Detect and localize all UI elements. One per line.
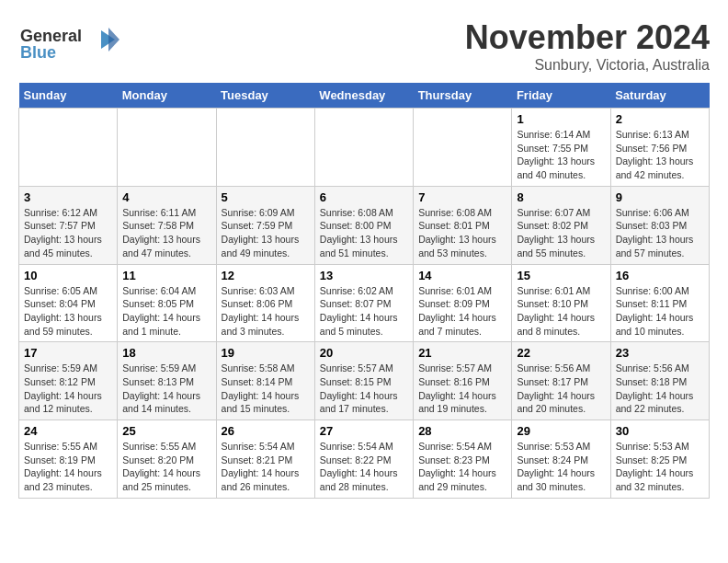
day-number: 15 [517, 269, 605, 282]
day-number: 21 [418, 346, 506, 360]
day-info: Sunrise: 5:59 AM Sunset: 8:12 PM Dayligh… [24, 362, 112, 416]
day-number: 7 [418, 190, 506, 204]
day-number: 28 [418, 424, 506, 438]
day-info: Sunrise: 6:09 AM Sunset: 7:59 PM Dayligh… [222, 206, 310, 260]
day-cell: 5Sunrise: 6:09 AM Sunset: 7:59 PM Daylig… [216, 186, 314, 264]
day-cell: 30Sunrise: 5:53 AM Sunset: 8:25 PM Dayli… [610, 420, 709, 499]
header: General Blue November 2024 Sunbury, Vict… [18, 18, 710, 74]
day-info: Sunrise: 5:59 AM Sunset: 8:13 PM Dayligh… [122, 362, 210, 416]
day-number: 14 [418, 269, 506, 282]
day-info: Sunrise: 5:57 AM Sunset: 8:16 PM Dayligh… [418, 362, 506, 416]
day-cell: 27Sunrise: 5:54 AM Sunset: 8:22 PM Dayli… [314, 420, 413, 499]
day-cell [19, 109, 118, 187]
day-cell: 26Sunrise: 5:54 AM Sunset: 8:21 PM Dayli… [216, 420, 314, 499]
day-cell: 21Sunrise: 5:57 AM Sunset: 8:16 PM Dayli… [414, 342, 512, 420]
day-number: 25 [122, 424, 210, 438]
day-info: Sunrise: 5:53 AM Sunset: 8:24 PM Dayligh… [517, 440, 605, 494]
day-info: Sunrise: 5:54 AM Sunset: 8:23 PM Dayligh… [418, 440, 506, 494]
svg-text:General: General [20, 27, 82, 45]
day-info: Sunrise: 6:13 AM Sunset: 7:56 PM Dayligh… [616, 128, 704, 182]
day-cell: 23Sunrise: 5:56 AM Sunset: 8:18 PM Dayli… [610, 342, 709, 420]
day-info: Sunrise: 6:04 AM Sunset: 8:05 PM Dayligh… [122, 284, 210, 339]
month-title: November 2024 [465, 18, 710, 57]
day-number: 24 [24, 424, 112, 438]
day-number: 12 [222, 269, 310, 282]
day-cell: 6Sunrise: 6:08 AM Sunset: 8:00 PM Daylig… [314, 186, 413, 264]
day-number: 18 [122, 346, 210, 360]
day-info: Sunrise: 5:54 AM Sunset: 8:22 PM Dayligh… [320, 440, 408, 494]
day-cell: 16Sunrise: 6:00 AM Sunset: 8:11 PM Dayli… [610, 264, 709, 342]
day-info: Sunrise: 6:03 AM Sunset: 8:06 PM Dayligh… [222, 284, 310, 339]
week-row-4: 17Sunrise: 5:59 AM Sunset: 8:12 PM Dayli… [19, 342, 710, 420]
day-number: 11 [122, 269, 210, 282]
day-cell: 17Sunrise: 5:59 AM Sunset: 8:12 PM Dayli… [19, 342, 118, 420]
day-cell [314, 109, 413, 187]
day-cell: 12Sunrise: 6:03 AM Sunset: 8:06 PM Dayli… [216, 264, 314, 342]
day-info: Sunrise: 5:53 AM Sunset: 8:25 PM Dayligh… [616, 440, 704, 494]
day-number: 30 [616, 424, 704, 438]
day-info: Sunrise: 5:57 AM Sunset: 8:15 PM Dayligh… [320, 362, 408, 416]
day-info: Sunrise: 6:08 AM Sunset: 8:01 PM Dayligh… [418, 206, 506, 260]
day-cell [216, 109, 314, 187]
day-cell: 13Sunrise: 6:02 AM Sunset: 8:07 PM Dayli… [314, 264, 413, 342]
calendar-header-row: SundayMondayTuesdayWednesdayThursdayFrid… [19, 83, 710, 109]
day-info: Sunrise: 6:08 AM Sunset: 8:00 PM Dayligh… [320, 206, 408, 260]
day-info: Sunrise: 6:01 AM Sunset: 8:10 PM Dayligh… [517, 284, 605, 339]
day-number: 9 [616, 190, 704, 204]
day-info: Sunrise: 5:55 AM Sunset: 8:19 PM Dayligh… [24, 440, 112, 494]
day-cell: 19Sunrise: 5:58 AM Sunset: 8:14 PM Dayli… [216, 342, 314, 420]
header-friday: Friday [512, 83, 610, 109]
day-cell: 10Sunrise: 6:05 AM Sunset: 8:04 PM Dayli… [19, 264, 118, 342]
day-number: 6 [320, 190, 408, 204]
day-cell: 22Sunrise: 5:56 AM Sunset: 8:17 PM Dayli… [512, 342, 610, 420]
header-tuesday: Tuesday [216, 83, 314, 109]
day-number: 2 [616, 112, 704, 126]
day-cell: 29Sunrise: 5:53 AM Sunset: 8:24 PM Dayli… [512, 420, 610, 499]
day-number: 3 [24, 190, 112, 204]
day-number: 4 [122, 190, 210, 204]
day-number: 27 [320, 424, 408, 438]
day-number: 5 [222, 190, 310, 204]
week-row-1: 1Sunrise: 6:14 AM Sunset: 7:55 PM Daylig… [19, 109, 710, 187]
day-number: 17 [24, 346, 112, 360]
logo-text: General Blue [18, 23, 119, 68]
day-cell [414, 109, 512, 187]
week-row-5: 24Sunrise: 5:55 AM Sunset: 8:19 PM Dayli… [19, 420, 710, 499]
title-area: November 2024 Sunbury, Victoria, Austral… [465, 18, 710, 74]
day-cell: 24Sunrise: 5:55 AM Sunset: 8:19 PM Dayli… [19, 420, 118, 499]
header-thursday: Thursday [414, 83, 512, 109]
day-info: Sunrise: 6:07 AM Sunset: 8:02 PM Dayligh… [517, 206, 605, 260]
header-wednesday: Wednesday [314, 83, 413, 109]
day-info: Sunrise: 6:11 AM Sunset: 7:58 PM Dayligh… [122, 206, 210, 260]
day-cell: 8Sunrise: 6:07 AM Sunset: 8:02 PM Daylig… [512, 186, 610, 264]
header-monday: Monday [118, 83, 216, 109]
header-saturday: Saturday [610, 83, 709, 109]
day-number: 1 [517, 112, 605, 126]
day-number: 20 [320, 346, 408, 360]
day-cell: 7Sunrise: 6:08 AM Sunset: 8:01 PM Daylig… [414, 186, 512, 264]
day-info: Sunrise: 6:02 AM Sunset: 8:07 PM Dayligh… [320, 284, 408, 339]
day-cell: 1Sunrise: 6:14 AM Sunset: 7:55 PM Daylig… [512, 109, 610, 187]
day-number: 29 [517, 424, 605, 438]
day-info: Sunrise: 6:05 AM Sunset: 8:04 PM Dayligh… [24, 284, 112, 339]
day-number: 8 [517, 190, 605, 204]
day-info: Sunrise: 5:54 AM Sunset: 8:21 PM Dayligh… [222, 440, 310, 494]
day-number: 26 [222, 424, 310, 438]
day-number: 23 [616, 346, 704, 360]
day-number: 10 [24, 269, 112, 282]
location-title: Sunbury, Victoria, Australia [465, 57, 710, 74]
calendar-table: SundayMondayTuesdayWednesdayThursdayFrid… [18, 83, 710, 499]
day-info: Sunrise: 6:12 AM Sunset: 7:57 PM Dayligh… [24, 206, 112, 260]
svg-text:Blue: Blue [20, 43, 56, 62]
day-info: Sunrise: 6:00 AM Sunset: 8:11 PM Dayligh… [616, 284, 704, 339]
day-info: Sunrise: 6:06 AM Sunset: 8:03 PM Dayligh… [616, 206, 704, 260]
day-cell: 4Sunrise: 6:11 AM Sunset: 7:58 PM Daylig… [118, 186, 216, 264]
day-cell [118, 109, 216, 187]
day-cell: 18Sunrise: 5:59 AM Sunset: 8:13 PM Dayli… [118, 342, 216, 420]
day-info: Sunrise: 5:58 AM Sunset: 8:14 PM Dayligh… [222, 362, 310, 416]
day-cell: 2Sunrise: 6:13 AM Sunset: 7:56 PM Daylig… [610, 109, 709, 187]
day-number: 19 [222, 346, 310, 360]
day-cell: 20Sunrise: 5:57 AM Sunset: 8:15 PM Dayli… [314, 342, 413, 420]
day-cell: 28Sunrise: 5:54 AM Sunset: 8:23 PM Dayli… [414, 420, 512, 499]
day-number: 16 [616, 269, 704, 282]
